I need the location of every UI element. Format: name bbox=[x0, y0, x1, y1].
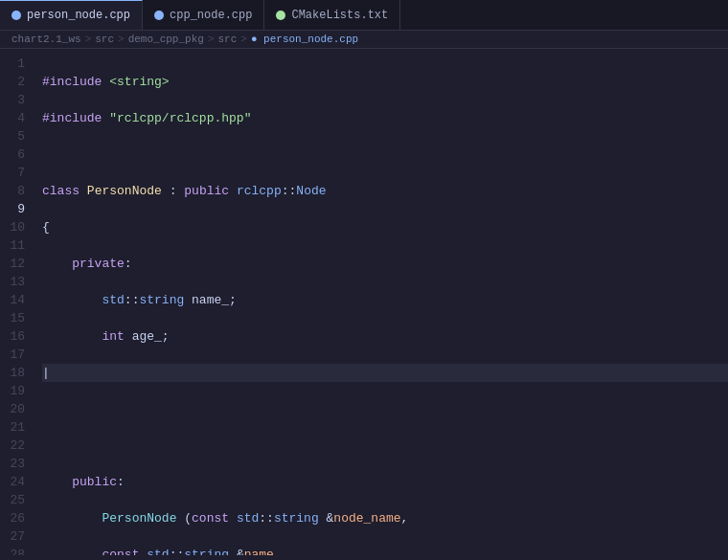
sep3: > bbox=[208, 34, 215, 45]
editor[interactable]: 1 2 3 4 5 6 7 8 9 10 11 12 13 14 15 16 1… bbox=[0, 49, 728, 555]
line-numbers: 1 2 3 4 5 6 7 8 9 10 11 12 13 14 15 16 1… bbox=[0, 49, 34, 555]
tab-icon-cpp2 bbox=[154, 11, 164, 20]
tab-label-cpp-node: cpp_node.cpp bbox=[170, 9, 252, 22]
tab-icon-cmake bbox=[276, 11, 285, 20]
breadcrumb: chart2.1_ws > src > demo_cpp_pkg > src >… bbox=[0, 31, 728, 49]
code-area[interactable]: #include <string> #include "rclcpp/rclcp… bbox=[34, 49, 728, 555]
tab-label-person-node: person_node.cpp bbox=[27, 9, 130, 22]
tab-cmakelists[interactable]: CMakeLists.txt bbox=[264, 0, 400, 30]
tab-cpp-node-cpp[interactable]: cpp_node.cpp bbox=[143, 0, 264, 30]
sep4: > bbox=[240, 34, 247, 45]
tab-icon-cpp bbox=[11, 11, 21, 20]
sep2: > bbox=[118, 34, 125, 45]
tab-person-node-cpp[interactable]: person_node.cpp bbox=[0, 0, 143, 30]
tab-label-cmake: CMakeLists.txt bbox=[291, 9, 388, 22]
breadcrumb-current: ● person_node.cpp bbox=[251, 34, 358, 45]
sep1: > bbox=[85, 34, 92, 45]
tab-bar: person_node.cpp cpp_node.cpp CMakeLists.… bbox=[0, 0, 728, 31]
